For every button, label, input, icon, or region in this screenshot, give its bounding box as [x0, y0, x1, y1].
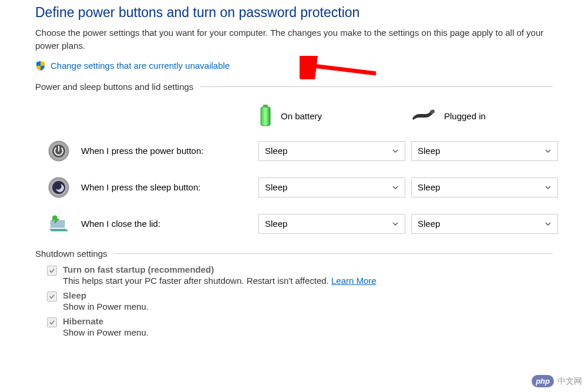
hibernate-option-desc: Show in Power menu. [63, 327, 149, 337]
column-header-plugged: Plugged in [444, 111, 486, 121]
svg-line-0 [308, 65, 376, 73]
fast-startup-title: Turn on fast startup (recommended) [63, 264, 377, 274]
uac-shield-icon [35, 61, 46, 71]
divider [115, 253, 553, 254]
hibernate-checkbox[interactable] [47, 317, 57, 327]
section-header-buttons: Power and sleep buttons and lid settings [35, 82, 200, 92]
sleep-button-icon [47, 176, 70, 199]
sleep-checkbox[interactable] [47, 292, 57, 301]
power-button-icon [47, 139, 70, 163]
sleep-battery-select[interactable]: Sleep [258, 177, 405, 197]
fast-startup-desc: This helps start your PC faster after sh… [63, 276, 377, 286]
lid-battery-select[interactable]: Sleep [258, 214, 405, 234]
power-plugged-select[interactable]: Sleep [411, 141, 558, 161]
svg-rect-1 [263, 105, 268, 107]
battery-icon [258, 103, 273, 129]
section-header-shutdown: Shutdown settings [35, 249, 115, 259]
chevron-down-icon [545, 184, 552, 191]
sleep-button-label: When I press the sleep button: [81, 182, 200, 192]
chevron-down-icon [392, 148, 399, 155]
lid-plugged-select[interactable]: Sleep [411, 214, 558, 234]
change-settings-link[interactable]: Change settings that are currently unava… [51, 61, 230, 71]
chevron-down-icon [392, 220, 399, 227]
column-header-battery: On battery [281, 111, 322, 121]
lid-close-icon [47, 212, 70, 236]
learn-more-link[interactable]: Learn More [331, 276, 377, 286]
hibernate-option-title: Hibernate [63, 316, 149, 326]
plug-icon [411, 108, 436, 124]
lid-label: When I close the lid: [81, 219, 160, 229]
chevron-down-icon [392, 184, 399, 191]
sleep-option-title: Sleep [63, 290, 149, 300]
svg-point-3 [430, 110, 435, 113]
sleep-plugged-select[interactable]: Sleep [411, 177, 558, 197]
chevron-down-icon [545, 148, 552, 155]
sleep-option-desc: Show in Power menu. [63, 301, 149, 311]
svg-rect-2 [261, 107, 270, 126]
divider [200, 86, 553, 87]
annotation-arrow-icon [300, 56, 382, 79]
fast-startup-checkbox[interactable] [47, 266, 57, 276]
power-battery-select[interactable]: Sleep [258, 141, 405, 161]
page-title: Define power buttons and turn on passwor… [35, 5, 553, 21]
power-button-label: When I press the power button: [81, 146, 203, 156]
chevron-down-icon [545, 220, 552, 227]
page-description: Choose the power settings that you want … [35, 26, 553, 52]
